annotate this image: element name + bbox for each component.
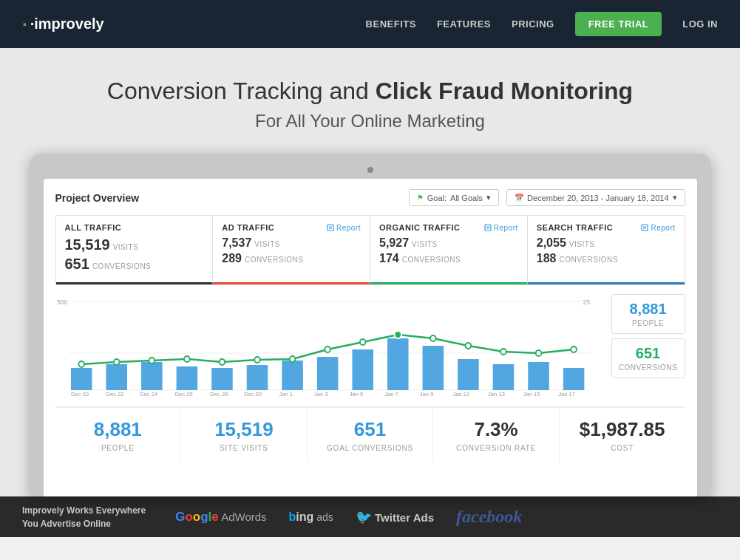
logo-text: ·improvely	[30, 16, 104, 33]
conversions-stat-box: 651 CONVERSIONS	[611, 338, 685, 378]
bottom-rate: 7.3% CONVERSION RATE	[433, 408, 560, 462]
all-traffic-box: ALL TRAFFIC 15,519 VISITS 651 CONVERSION…	[56, 216, 214, 284]
date-range: December 20, 2013 - January 18, 2014	[527, 194, 668, 202]
svg-text:Dec 28: Dec 28	[210, 391, 228, 397]
svg-rect-18	[211, 368, 233, 390]
svg-rect-19	[246, 365, 268, 390]
svg-rect-3	[485, 225, 491, 231]
svg-text:500: 500	[56, 298, 67, 306]
login-link[interactable]: LOG IN	[682, 18, 718, 30]
laptop-camera	[367, 167, 373, 173]
bottom-cost-label: COST	[568, 444, 676, 452]
search-traffic-visits: 2,055 VISITS	[537, 236, 676, 250]
svg-rect-0	[327, 225, 333, 231]
partner-logos: Google AdWords bing ads 🐦 Twitter Ads fa…	[175, 507, 522, 527]
nav-benefits[interactable]: BENEFITS	[366, 18, 416, 30]
bottom-stats: 8,881 PEOPLE 15,519 SITE VISITS 651 GOAL…	[55, 406, 685, 462]
svg-point-42	[535, 350, 541, 356]
all-traffic-label: ALL TRAFFIC	[65, 223, 204, 232]
goal-value: All Goals	[450, 194, 483, 202]
free-trial-button[interactable]: FREE TRIAL	[575, 12, 662, 36]
svg-text:Jan 15: Jan 15	[523, 391, 540, 397]
people-count: 8,881	[618, 301, 679, 318]
svg-text:Jan 17: Jan 17	[558, 391, 575, 397]
svg-rect-22	[352, 349, 373, 390]
bottom-people-number: 8,881	[64, 418, 172, 441]
svg-text:Dec 26: Dec 26	[174, 391, 192, 397]
hero-section: Conversion Tracking and Click Fraud Moni…	[0, 48, 740, 496]
svg-point-30	[113, 359, 119, 365]
bottom-visits-label: SITE VISITS	[190, 444, 298, 452]
all-traffic-visits: 15,519 VISITS	[65, 236, 204, 253]
bottom-people-label: PEOPLE	[64, 444, 172, 452]
organic-traffic-visits: 5,927 VISITS	[379, 236, 518, 250]
svg-text:Dec 22: Dec 22	[106, 391, 123, 397]
svg-point-32	[184, 356, 190, 362]
svg-text:Dec 20: Dec 20	[70, 391, 89, 397]
facebook-logo: facebook	[456, 507, 522, 527]
ad-traffic-label: AD TRAFFIC Report	[222, 223, 361, 232]
chart-svg: 500 25	[55, 294, 604, 397]
ad-traffic-conversions: 289 CONVERSIONS	[222, 252, 361, 265]
logo[interactable]: · ·improvely	[22, 14, 104, 35]
bottom-visits-number: 15,519	[190, 418, 298, 441]
svg-point-35	[289, 356, 295, 362]
svg-text:Dec 24: Dec 24	[140, 391, 158, 397]
conversions-count: 651	[618, 345, 679, 362]
footer-bar: Improvely Works Everywhere You Advertise…	[0, 496, 740, 537]
svg-rect-26	[492, 364, 514, 390]
laptop-screen: Project Overview ⚑ Goal: All Goals ▾ 📅 D…	[44, 179, 697, 496]
svg-text:Jan 11: Jan 11	[452, 391, 469, 397]
goal-selector[interactable]: ⚑ Goal: All Goals ▾	[409, 189, 499, 206]
nav-links: BENEFITS FEATURES PRICING FREE TRIAL LOG…	[366, 12, 718, 36]
nav-pricing[interactable]: PRICING	[512, 18, 554, 30]
svg-text:Jan 7: Jan 7	[384, 391, 398, 397]
chart-area: 500 25	[55, 294, 685, 397]
chart-sidebar: 8,881 PEOPLE 651 CONVERSIONS	[611, 294, 685, 397]
dashboard: Project Overview ⚑ Goal: All Goals ▾ 📅 D…	[44, 179, 697, 473]
bottom-conversions: 651 GOAL CONVERSIONS	[308, 408, 434, 462]
ad-report-link[interactable]: Report	[327, 224, 361, 232]
svg-point-29	[78, 361, 84, 367]
chevron-down-icon: ▾	[486, 193, 491, 202]
svg-text:Jan 9: Jan 9	[419, 391, 433, 397]
people-stat-box: 8,881 PEOPLE	[611, 294, 685, 334]
footer-tagline: Improvely Works Everywhere You Advertise…	[22, 504, 146, 530]
flag-icon: ⚑	[417, 194, 424, 202]
twitter-ads-logo: 🐦 Twitter Ads	[356, 509, 434, 525]
nav-features[interactable]: FEATURES	[437, 18, 491, 30]
laptop-mockup: Project Overview ⚑ Goal: All Goals ▾ 📅 D…	[15, 154, 725, 496]
svg-rect-21	[316, 357, 338, 390]
search-traffic-box: SEARCH TRAFFIC Report 2,055 VISITS	[528, 216, 685, 284]
svg-text:Dec 30: Dec 30	[243, 391, 262, 397]
google-adwords-logo: Google AdWords	[175, 510, 266, 525]
bing-ads-logo: bing ads	[289, 511, 333, 524]
organic-traffic-label: ORGANIC TRAFFIC Report	[379, 223, 518, 232]
bottom-conversions-number: 651	[316, 418, 424, 441]
svg-point-37	[359, 339, 365, 345]
svg-rect-17	[176, 366, 197, 390]
organic-report-link[interactable]: Report	[484, 224, 518, 232]
svg-point-43	[571, 346, 577, 352]
hero-title: Conversion Tracking and Click Fraud Moni…	[15, 78, 725, 105]
svg-text:Jan 13: Jan 13	[488, 391, 505, 397]
chevron-down-icon2: ▾	[673, 193, 677, 202]
bottom-visits: 15,519 SITE VISITS	[181, 408, 308, 462]
date-selector[interactable]: 📅 December 20, 2013 - January 18, 2014 ▾	[506, 189, 685, 206]
svg-point-38	[394, 331, 401, 338]
bottom-rate-label: CONVERSION RATE	[442, 444, 550, 452]
hero-subtitle: For All Your Online Marketing	[15, 111, 725, 132]
svg-text:Jan 3: Jan 3	[314, 391, 328, 397]
svg-rect-15	[106, 364, 127, 390]
svg-text:25: 25	[583, 298, 590, 306]
ad-traffic-visits: 7,537 VISITS	[222, 236, 361, 250]
main-chart: 500 25	[55, 294, 604, 397]
bottom-cost-number: $1,987.85	[568, 418, 676, 441]
bottom-conversions-label: GOAL CONVERSIONS	[316, 444, 424, 452]
svg-rect-24	[422, 346, 444, 390]
svg-point-40	[465, 343, 471, 349]
search-report-link[interactable]: Report	[641, 224, 675, 232]
svg-rect-16	[141, 362, 163, 390]
svg-point-31	[149, 358, 155, 363]
all-traffic-conversions: 651 CONVERSIONS	[65, 256, 204, 273]
